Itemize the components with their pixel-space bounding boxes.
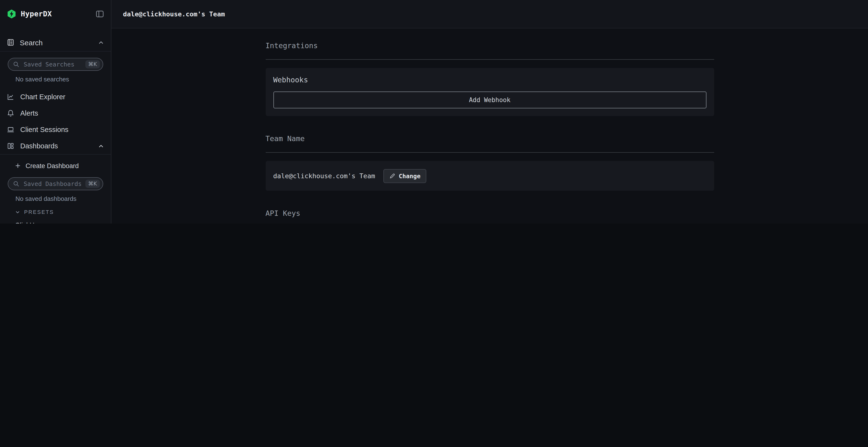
magnifier-icon bbox=[13, 181, 19, 187]
app-root: HyperDX Search bbox=[0, 0, 868, 224]
nav-label: Dashboards bbox=[20, 142, 58, 150]
webhooks-card: Webhooks Add Webhook bbox=[266, 68, 714, 116]
chart-explorer-icon bbox=[7, 93, 14, 101]
saved-searches-input[interactable]: ⌘K bbox=[8, 58, 103, 71]
sidebar: HyperDX Search bbox=[0, 0, 112, 224]
no-saved-searches-text: No saved searches bbox=[16, 76, 69, 83]
webhooks-label: Webhooks bbox=[273, 76, 706, 84]
divider bbox=[0, 154, 111, 154]
add-webhook-button[interactable]: Add Webhook bbox=[273, 92, 706, 108]
chevron-down-icon bbox=[15, 209, 20, 215]
saved-dashboards-input[interactable]: ⌘K bbox=[8, 177, 103, 190]
saved-dashboards-field[interactable] bbox=[23, 180, 82, 188]
search-section-label: Search bbox=[20, 38, 43, 46]
sidebar-item-dashboards[interactable]: Dashboards bbox=[0, 138, 111, 154]
plus-icon bbox=[15, 163, 21, 169]
nav-label: Client Sessions bbox=[20, 126, 68, 133]
no-saved-dashboards-text: No saved dashboards bbox=[16, 195, 76, 202]
nav-label: Chart Explorer bbox=[20, 93, 65, 101]
page-title: dale@clickhouse.com's Team bbox=[123, 10, 225, 18]
pencil-icon bbox=[389, 173, 396, 179]
saved-searches-field[interactable] bbox=[23, 60, 82, 68]
sidebar-item-search[interactable]: Search bbox=[0, 34, 111, 51]
sidebar-header: HyperDX bbox=[0, 0, 111, 28]
settings-content: Integrations Webhooks Add Webhook Team N… bbox=[266, 41, 714, 224]
integrations-heading: Integrations bbox=[266, 41, 714, 50]
chevron-up-icon bbox=[98, 143, 104, 149]
presets-toggle[interactable]: PRESETS bbox=[0, 207, 111, 217]
create-dashboard-label: Create Dashboard bbox=[26, 162, 79, 169]
sidebar-item-alerts[interactable]: Alerts bbox=[0, 105, 111, 122]
api-keys-heading: API Keys bbox=[266, 209, 714, 218]
chevron-up-icon bbox=[98, 39, 104, 45]
top-bar: dale@clickhouse.com's Team bbox=[112, 0, 868, 28]
section-divider bbox=[266, 152, 714, 153]
shortcut-badge: ⌘K bbox=[85, 180, 100, 188]
team-name-heading: Team Name bbox=[266, 134, 714, 143]
laptop-icon bbox=[7, 126, 14, 133]
search-section-icon bbox=[7, 38, 14, 46]
team-name-card: dale@clickhouse.com's Team Change bbox=[266, 161, 714, 191]
create-dashboard-button[interactable]: Create Dashboard bbox=[0, 159, 111, 172]
magnifier-icon bbox=[13, 61, 19, 67]
sidebar-item-client-sessions[interactable]: Client Sessions bbox=[0, 122, 111, 138]
change-label: Change bbox=[399, 172, 421, 179]
divider bbox=[0, 51, 111, 51]
dashboards-grid-icon bbox=[7, 142, 14, 150]
sidebar-toggle-icon[interactable] bbox=[95, 10, 104, 18]
app-title: HyperDX bbox=[21, 10, 52, 18]
main-area: Integrations Webhooks Add Webhook Team N… bbox=[112, 29, 868, 224]
shortcut-badge: ⌘K bbox=[85, 60, 100, 68]
team-name-value: dale@clickhouse.com's Team bbox=[273, 172, 375, 180]
presets-label: PRESETS bbox=[24, 209, 54, 215]
alerts-bell-icon bbox=[7, 109, 14, 117]
hyperdx-logo-icon bbox=[7, 9, 17, 19]
change-team-name-button[interactable]: Change bbox=[383, 169, 426, 183]
sidebar-item-chart-explorer[interactable]: Chart Explorer bbox=[0, 89, 111, 105]
preset-clickhouse[interactable]: ClickHouse bbox=[0, 219, 111, 224]
nav-label: Alerts bbox=[20, 109, 38, 117]
section-divider bbox=[266, 59, 714, 60]
